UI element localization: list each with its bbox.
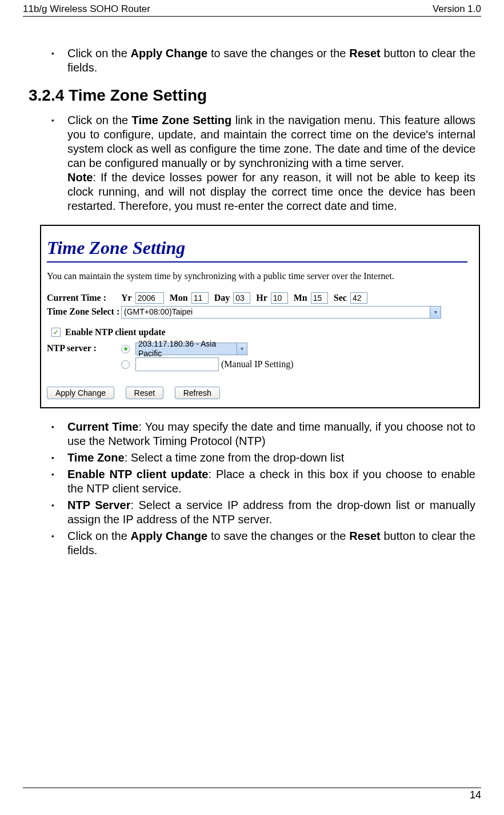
page-content: Click on the Apply Change to save the ch… (23, 17, 481, 558)
body: : Select a time zone from the drop-down … (125, 451, 345, 464)
ntp-server-value: 203.117.180.36 - Asia Pacific (138, 339, 237, 359)
ntp-server-select[interactable]: 203.117.180.36 - Asia Pacific ▾ (135, 343, 247, 355)
ntp-server-label: NTP server : (47, 340, 121, 354)
section-heading: 3.2.4 Time Zone Setting (29, 85, 475, 105)
ntp-preset-radio[interactable] (121, 345, 130, 353)
current-time-desc: Current Time: You may specify the date a… (51, 420, 475, 448)
reset-button[interactable]: Reset (126, 387, 164, 399)
hr-label: Hr (256, 292, 267, 304)
page-number: 14 (470, 789, 481, 801)
apply-change-text: Apply Change (131, 530, 208, 542)
intro-bullet: Click on the Apply Change to save the ch… (51, 46, 475, 75)
tz-setting-text: Time Zone Setting (132, 114, 232, 126)
apply-reset-desc: Click on the Apply Change to save the ch… (51, 529, 475, 558)
screenshot-panel: Time Zone Setting You can maintain the s… (40, 225, 480, 408)
desc-bullet-list: Current Time: You may specify the date a… (29, 420, 475, 558)
tz-select-label: Time Zone Select : (47, 306, 121, 318)
reset-text: Reset (349, 47, 380, 59)
note-label: Note (67, 171, 93, 184)
ntp-manual-radio[interactable] (121, 360, 130, 369)
mn-input[interactable] (311, 292, 328, 304)
day-input[interactable] (233, 292, 250, 304)
hr-input[interactable] (271, 292, 288, 304)
day-label: Day (214, 292, 230, 304)
refresh-button[interactable]: Refresh (175, 387, 220, 399)
intro-bullet-list: Click on the Apply Change to save the ch… (29, 46, 475, 75)
time-zone-desc: Time Zone: Select a time zone from the d… (51, 451, 475, 465)
tz-select-value: (GMT+08:00)Taipei (124, 307, 193, 317)
reset-text: Reset (349, 530, 380, 542)
ntp-server-desc: NTP Server: Select a service IP address … (51, 498, 475, 527)
enable-ntp-checkbox[interactable]: ✓ (51, 328, 61, 337)
manual-ip-input[interactable] (135, 357, 219, 371)
mon-label: Mon (170, 292, 188, 304)
mon-input[interactable] (191, 292, 209, 304)
current-time-row: Current Time : Yr Mon Day Hr Mn Sec (47, 292, 473, 304)
enable-ntp-label: Enable NTP client update (65, 327, 166, 338)
label: Time Zone (67, 451, 125, 464)
ntp-manual-row: (Manual IP Setting) (121, 357, 473, 371)
header-right: Version 1.0 (433, 3, 481, 15)
ntp-preset-row: 203.117.180.36 - Asia Pacific ▾ (121, 343, 473, 355)
text: Click on the (67, 530, 131, 542)
text: Click on the (67, 47, 131, 59)
note-body: : If the device losses power for any rea… (67, 171, 475, 212)
text: to save the changes or the (207, 47, 349, 59)
tz-select[interactable]: (GMT+08:00)Taipei ▾ (121, 306, 441, 319)
radio-dot-icon (124, 347, 127, 351)
tz-bullet-list: Click on the Time Zone Setting link in t… (29, 113, 475, 213)
sec-input[interactable] (350, 292, 367, 304)
label: NTP Server (67, 499, 130, 511)
text: Click on the (67, 114, 132, 126)
ntp-server-row: NTP server : 203.117.180.36 - Asia Pacif… (47, 340, 473, 373)
tz-bullet: Click on the Time Zone Setting link in t… (51, 113, 475, 213)
yr-label: Yr (121, 292, 132, 304)
apply-change-button[interactable]: Apply Change (47, 387, 114, 399)
page-footer: 14 (23, 788, 481, 801)
current-time-label: Current Time : (47, 292, 121, 304)
page-header: 11b/g Wireless SOHO Router Version 1.0 (23, 0, 481, 17)
label: Enable NTP client update (67, 468, 209, 480)
mn-label: Mn (294, 292, 307, 304)
label: Current Time (67, 420, 139, 433)
text: to save the changes or the (207, 530, 349, 542)
enable-ntp-desc: Enable NTP client update: Place a check … (51, 467, 475, 496)
screenshot-title: Time Zone Setting (47, 236, 467, 263)
chevron-down-icon: ▾ (237, 343, 247, 355)
tz-select-row: Time Zone Select : (GMT+08:00)Taipei ▾ (47, 306, 473, 319)
chevron-down-icon: ▾ (430, 307, 441, 318)
button-row: Apply Change Reset Refresh (47, 385, 473, 399)
header-left: 11b/g Wireless SOHO Router (23, 3, 150, 15)
manual-ip-label: (Manual IP Setting) (221, 359, 294, 370)
sec-label: Sec (334, 292, 347, 304)
apply-change-text: Apply Change (131, 47, 208, 59)
yr-input[interactable] (135, 292, 164, 304)
screenshot-desc: You can maintain the system time by sync… (47, 271, 473, 282)
enable-ntp-row: ✓ Enable NTP client update (51, 327, 473, 338)
